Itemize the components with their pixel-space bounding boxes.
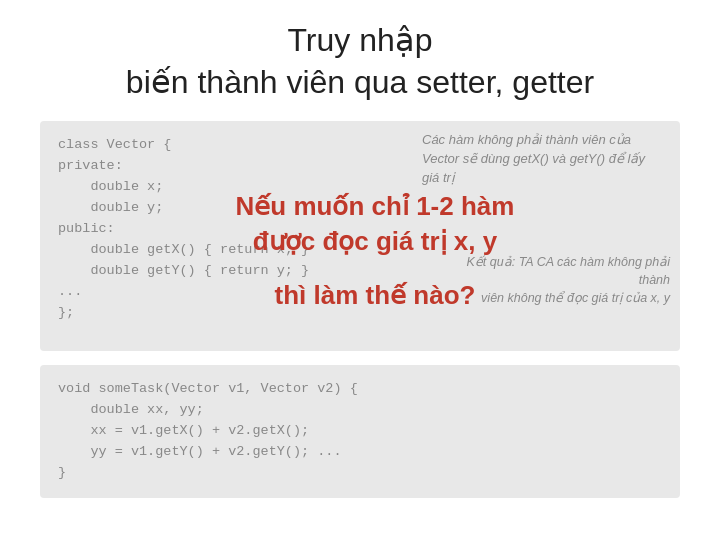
slide-container: Truy nhập biến thành viên qua setter, ge… [0, 0, 720, 540]
sometask-code-lines: void someTask(Vector v1, Vector v2) { do… [58, 379, 662, 484]
title-line1: Truy nhập [126, 20, 594, 62]
overlay-main-text: Nếu muốn chỉ 1-2 hàm được đọc giá trị x,… [100, 189, 650, 259]
title-block: Truy nhập biến thành viên qua setter, ge… [126, 20, 594, 103]
title-line2: biến thành viên qua setter, getter [126, 62, 594, 104]
tooltip-top-right: Các hàm không phải thành viên của Vector… [422, 131, 662, 188]
code-block: class Vector { private: double x; double… [40, 121, 680, 351]
sometask-code-block: void someTask(Vector v1, Vector v2) { do… [40, 365, 680, 498]
tooltip-bottom-right: Kết quả: TA CA các hàm không phải thành … [440, 253, 670, 307]
